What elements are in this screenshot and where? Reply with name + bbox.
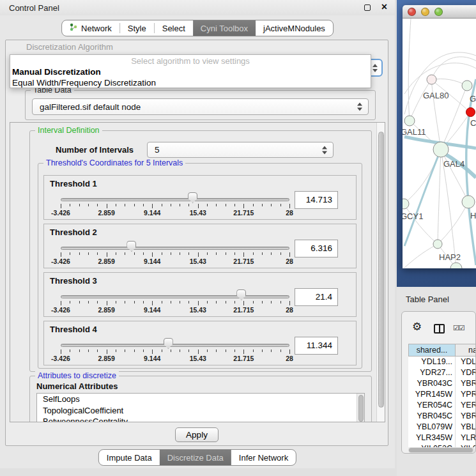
cell-name[interactable]: YBR0 [456,411,476,422]
cell-shared-name[interactable]: YPR145W [408,389,456,400]
cell-shared-name[interactable]: YBR045C [408,411,456,422]
tab-discretize-data[interactable]: Discretize Data [160,450,231,465]
attribute-list-item[interactable]: TopologicalCoefficient [37,405,364,417]
column-header-name[interactable]: na [456,344,476,357]
cell-shared-name[interactable]: YDL19... [408,357,456,367]
table-scrollbar-thumb[interactable] [409,448,473,452]
panel-scrollbar[interactable] [376,123,385,422]
table-horizontal-scrollbar[interactable] [408,447,475,453]
tick-label: 2.859 [98,257,114,265]
network-edge[interactable] [431,57,476,80]
network-node[interactable] [404,116,415,126]
network-edge[interactable] [438,150,441,244]
network-canvas[interactable]: GAL80G.CGAL11GAL4GCY1HHAP2 [403,19,476,268]
table-row[interactable]: YBR043CYBR0 [408,378,476,389]
network-view-window: GAL80G.CGAL11GAL4GCY1HHAP2 [403,5,476,268]
number-of-intervals-combobox[interactable]: 5 [147,142,334,158]
network-edge[interactable] [408,19,411,121]
slider-track[interactable] [61,344,289,347]
attribute-list-item[interactable]: BetweennessCentrality [37,416,364,422]
attribute-list-item[interactable]: SelfLoops [37,394,364,405]
cell-shared-name[interactable]: YLR345W [408,433,456,443]
slider-tick-labels: -3.4262.8599.14415.4321.71528 [61,355,289,362]
threshold-value-field[interactable]: 21.4 [295,288,338,306]
network-node[interactable] [433,240,442,249]
tick-label: 21.715 [233,257,254,265]
cell-shared-name[interactable]: YDR27... [408,367,456,378]
close-traffic-light-icon[interactable] [408,8,416,16]
slider-thumb[interactable] [236,289,246,300]
slider-ticks [61,301,289,305]
zoom-traffic-light-icon[interactable] [434,8,443,16]
tab-style[interactable]: Style [120,20,154,36]
tab-select[interactable]: Select [155,20,193,36]
minimize-traffic-light-icon[interactable] [421,8,429,16]
tab-network[interactable]: Network [62,20,119,36]
network-node[interactable] [433,142,449,157]
slider-track[interactable] [61,198,289,201]
select-columns-icon[interactable]: ☑☑ [453,324,464,332]
network-edge[interactable] [410,80,431,121]
float-window-icon[interactable] [364,4,371,11]
network-node[interactable] [462,81,472,91]
table-data-combobox[interactable]: galFiltered.sif default node [32,98,369,115]
threshold-panel-2: Threshold 2-3.4262.8599.14415.4321.71528… [43,224,357,268]
tab-cyni-toolbox[interactable]: Cyni Toolbox [193,20,256,36]
table-row[interactable]: YDR27...YDR2 [408,367,476,378]
tab-label: Impute Data [107,453,152,463]
cell-shared-name[interactable]: YER054C [408,400,456,411]
network-node[interactable] [466,108,475,117]
threshold-value-field[interactable]: 14.713 [295,191,338,209]
attributes-group: Attributes to discretize Numerical Attri… [29,376,372,422]
cell-name[interactable]: YPR1 [456,389,476,400]
apply-button[interactable]: Apply [175,427,219,442]
list-scrollbar-thumb[interactable] [358,395,364,422]
tick-label: -3.426 [51,209,70,217]
slider-thumb[interactable] [127,241,136,252]
cell-name[interactable]: YBR0 [456,378,476,389]
cell-shared-name[interactable]: YBL079W [408,422,456,433]
close-icon[interactable]: × [381,1,387,13]
list-scrollbar[interactable] [357,394,364,422]
slider-thumb[interactable] [164,338,173,349]
numerical-attributes-list[interactable]: SelfLoopsTopologicalCoefficientBetweenne… [36,393,365,422]
threshold-value-field[interactable]: 11.344 [295,337,338,355]
table-row[interactable]: YPR145WYPR1 [408,389,476,400]
network-node[interactable] [462,196,475,208]
gear-icon[interactable]: ⚙ [412,321,422,332]
cell-name[interactable]: YDL1 [456,357,476,367]
tab-infer-network[interactable]: Infer Network [231,450,296,465]
dropdown-option-manual-discretization[interactable]: Manual Discretization [12,67,101,77]
slider-thumb[interactable] [188,192,197,203]
split-columns-icon[interactable] [434,324,445,334]
network-node[interactable] [427,75,436,84]
tab-label: Select [162,24,185,33]
slider-track[interactable] [61,295,289,298]
network-edge[interactable] [404,244,438,268]
cell-name[interactable]: YBL0 [456,422,476,433]
dropdown-option-equal-width-frequency[interactable]: Equal Width/Frequency Discretization [12,78,156,88]
threshold-value-field[interactable]: 6.316 [295,240,338,257]
cell-name[interactable]: YDR2 [456,367,476,378]
tab-label: Infer Network [239,453,288,463]
tick-label: 28 [286,355,293,362]
tick-label: 21.715 [233,355,254,362]
table-row[interactable]: YBL079WYBL0 [408,422,476,433]
table-row[interactable]: YLR345WYLR3 [408,433,476,443]
slider-track[interactable] [61,247,289,250]
tab-impute-data[interactable]: Impute Data [99,450,160,465]
cell-name[interactable]: YLR3 [456,433,476,443]
cell-shared-name[interactable]: YBR043C [408,378,456,389]
column-header-shared-name[interactable]: shared... [408,344,456,357]
threshold-label: Threshold 2 [50,227,97,237]
table-row[interactable]: YDL19...YDL1 [408,357,476,367]
threshold-panel-1: Threshold 1-3.4262.8599.14415.4321.71528… [43,175,357,220]
cell-name[interactable]: YER0 [456,400,476,411]
network-window-titlebar[interactable] [403,5,476,19]
table-row[interactable]: YER054CYER0 [408,400,476,411]
network-edge[interactable] [404,150,441,246]
panel-scrollbar-thumb[interactable] [378,132,384,408]
table-row[interactable]: YBR045CYBR0 [408,411,476,422]
tab-jactivemnodules[interactable]: jActiveMNodules [256,20,333,36]
network-edge[interactable] [404,204,438,244]
